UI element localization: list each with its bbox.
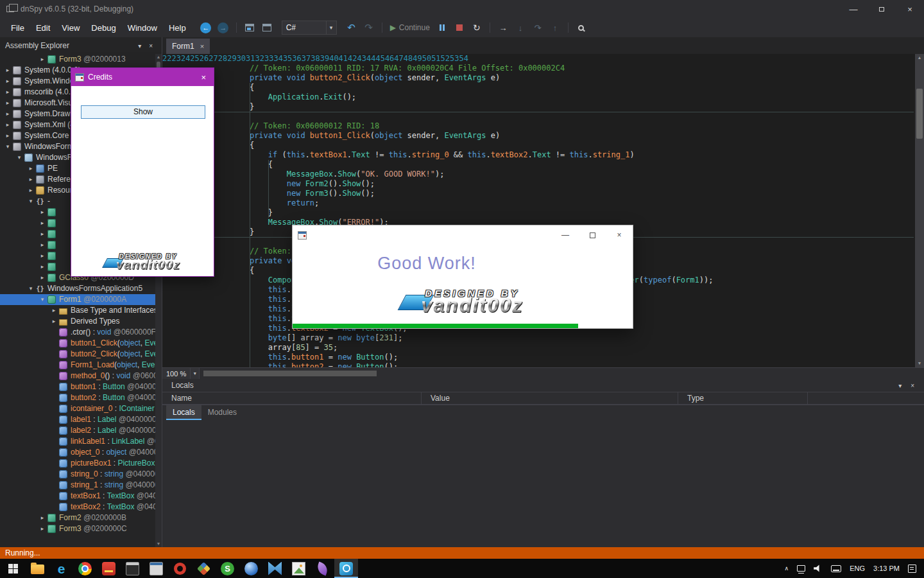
locals-column-type[interactable]: Type [678, 392, 808, 404]
tree-item[interactable]: .ctor() : void @0600000F [0, 327, 162, 338]
tree-item[interactable]: pictureBox1 : PictureBox @04000008 [0, 458, 162, 469]
break-all-button[interactable] [434, 20, 450, 35]
menu-debug[interactable]: Debug [85, 20, 121, 36]
panel-menu-icon[interactable]: ▾ [134, 42, 145, 49]
locals-tab-modules[interactable]: Modules [201, 405, 243, 420]
locals-column-name[interactable]: Name [162, 392, 422, 404]
locals-tab-locals[interactable]: Locals [166, 405, 201, 420]
credits-titlebar[interactable]: Credits × [71, 68, 214, 86]
taskbar-chrome[interactable] [73, 559, 97, 578]
undo-button[interactable]: ↶ [344, 20, 359, 35]
tree-item[interactable]: ▸Form3 @0200000C [0, 523, 162, 534]
scroll-down-icon[interactable]: ▼ [915, 360, 924, 367]
credits-close-button[interactable]: × [197, 73, 210, 82]
tree-item[interactable]: method_0() : void @06000014 [0, 371, 162, 381]
tree-item[interactable]: icontainer_0 : IContainer @04000003 [0, 403, 162, 414]
tree-item[interactable]: Form1_Load(object, EventArgs) : void @06… [0, 360, 162, 371]
open-assembly-button[interactable] [242, 20, 257, 35]
touch-keyboard-icon[interactable] [831, 565, 841, 572]
tree-item[interactable]: textBox2 : TextBox @0400000C [0, 502, 162, 512]
scroll-up-icon[interactable]: ▲ [915, 54, 924, 62]
taskbar-blue-sphere-app[interactable] [239, 559, 263, 578]
tree-item[interactable]: button2 : Button @04000002 [0, 392, 162, 403]
scroll-up-icon[interactable]: ▲ [155, 54, 162, 60]
restore-button[interactable] [868, 0, 896, 18]
taskbar-butterfly-app[interactable] [263, 559, 287, 578]
zoom-selector[interactable]: 100 % ▾ [162, 368, 200, 379]
menu-help[interactable]: Help [163, 20, 192, 36]
tree-item[interactable]: linkLabel1 : LinkLabel @04000006 [0, 436, 162, 447]
dialog-close-button[interactable]: × [606, 225, 633, 245]
editor-horizontal-scrollbar[interactable] [200, 368, 924, 379]
panel-menu-icon[interactable]: ▾ [894, 382, 906, 389]
tree-item[interactable]: object_0 : object @04000007 [0, 447, 162, 458]
network-icon[interactable] [797, 565, 805, 572]
tree-item[interactable]: ▸Form2 @0200000B [0, 512, 162, 523]
menu-window[interactable]: Window [122, 20, 163, 36]
tree-item[interactable]: ▾Form1 @0200000A [0, 294, 162, 305]
volume-icon[interactable] [814, 565, 823, 572]
menu-file[interactable]: File [5, 20, 30, 36]
clock[interactable]: 3:13 PM [873, 565, 900, 572]
continue-button[interactable]: ▶ Continue [388, 23, 432, 32]
tree-item[interactable]: button2_Click(object, EventArgs) : void … [0, 349, 162, 360]
close-button[interactable]: × [896, 0, 924, 18]
notification-center-icon[interactable] [908, 565, 916, 573]
dialog-maximize-button[interactable] [579, 225, 606, 245]
editor-scrollbar-thumb[interactable] [916, 89, 923, 139]
tree-item[interactable]: ▸Base Type and Interfaces [0, 305, 162, 316]
tree-item[interactable]: button1 : Button @04000001 [0, 381, 162, 392]
tree-item[interactable]: label1 : Label @04000004 [0, 414, 162, 425]
tree-item[interactable]: label2 : Label @04000005 [0, 425, 162, 436]
tree-item[interactable]: string_1 : string @0400000A [0, 480, 162, 491]
tree-item[interactable]: textBox1 : TextBox @0400000B [0, 491, 162, 502]
panel-close-icon[interactable]: × [145, 42, 157, 49]
tree-item[interactable]: ▾{}WindowsFormsApplication5 [0, 283, 162, 294]
taskbar-purple-pen-app[interactable] [311, 559, 334, 578]
show-next-statement-button[interactable]: → [495, 20, 511, 35]
taskbar-file-explorer[interactable] [26, 559, 49, 578]
chevron-down-icon[interactable]: ▾ [190, 368, 199, 379]
menu-view[interactable]: View [56, 20, 85, 36]
stop-debugging-button[interactable] [452, 20, 467, 35]
language-indicator[interactable]: ENG [850, 565, 865, 572]
editor-vertical-scrollbar[interactable]: ▲ ▼ [915, 54, 924, 367]
window-layout-button[interactable] [259, 20, 275, 35]
goodwork-titlebar[interactable]: — × [293, 225, 633, 245]
menu-edit[interactable]: Edit [30, 20, 56, 36]
search-button[interactable] [574, 20, 589, 35]
taskbar-image-viewer[interactable] [287, 559, 311, 578]
scroll-down-icon[interactable]: ▼ [155, 541, 162, 547]
taskbar-dnspy[interactable] [334, 559, 358, 578]
navigate-forward-button[interactable]: → [216, 20, 231, 35]
navigate-back-button[interactable]: ← [198, 20, 214, 35]
start-button[interactable] [0, 559, 26, 578]
taskbar-red-app[interactable] [97, 559, 121, 578]
locals-column-value[interactable]: Value [422, 392, 678, 404]
redo-button[interactable]: ↷ [361, 20, 377, 35]
language-selector[interactable]: C# ▾ [282, 21, 337, 35]
taskbar-green-s-app[interactable]: S [216, 559, 239, 578]
tab-form1[interactable]: Form1 × [166, 39, 210, 54]
restart-button[interactable]: ↻ [469, 20, 484, 35]
dialog-minimize-button[interactable]: — [552, 225, 579, 245]
step-into-button[interactable]: ↓ [513, 20, 528, 35]
taskbar-window-app[interactable] [144, 559, 168, 578]
tree-item[interactable]: ▸Derived Types [0, 316, 162, 327]
tree-item[interactable]: string_0 : string @04000009 [0, 469, 162, 480]
editor-hscrollbar-thumb[interactable] [203, 371, 377, 376]
minimize-button[interactable]: — [839, 0, 868, 18]
taskbar-console-app[interactable] [121, 559, 144, 578]
step-out-button[interactable]: ↑ [547, 20, 563, 35]
taskbar-photos[interactable] [192, 559, 216, 578]
panel-close-icon[interactable]: × [906, 382, 919, 389]
tab-close-icon[interactable]: × [200, 42, 204, 50]
taskbar-edge[interactable]: e [49, 559, 73, 578]
step-over-button[interactable]: ↷ [530, 20, 545, 35]
chevron-down-icon[interactable]: ▾ [326, 21, 336, 34]
taskbar-record-app[interactable] [168, 559, 192, 578]
tree-item[interactable]: ▸Form3 @02000013 [0, 54, 162, 65]
hidden-icons-chevron[interactable]: ∧ [785, 565, 789, 572]
tree-item[interactable]: button1_Click(object, EventArgs) : void … [0, 338, 162, 349]
show-button[interactable]: Show [81, 105, 205, 119]
